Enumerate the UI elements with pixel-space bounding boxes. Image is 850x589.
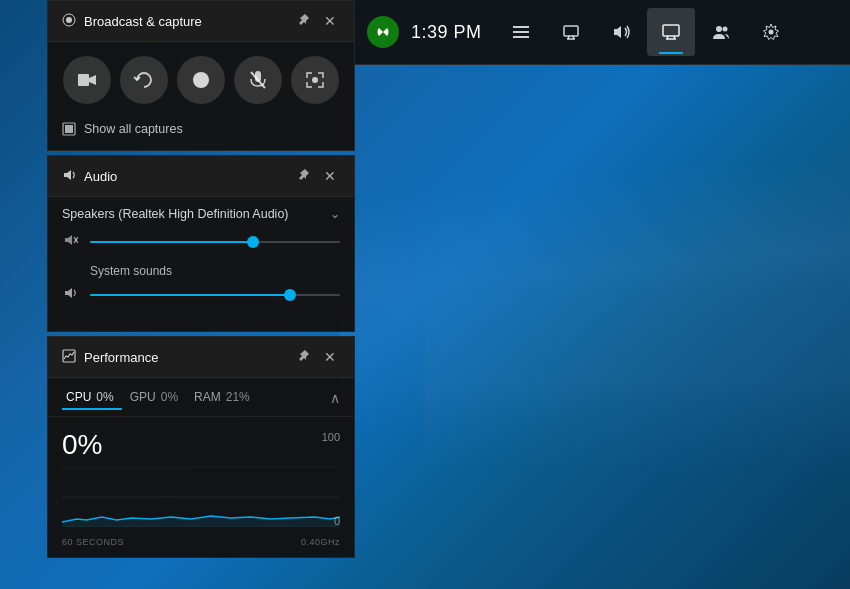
audio-bar-button[interactable]: [597, 8, 645, 56]
screen-bar-button[interactable]: [647, 8, 695, 56]
performance-footer: 60 SECONDS 0.40GHz: [62, 537, 340, 547]
cpu-tab[interactable]: CPU 0%: [62, 386, 122, 410]
speaker-slider-fill: [90, 241, 253, 243]
broadcast-pin-button[interactable]: [293, 11, 314, 31]
game-bar-icons: [497, 8, 840, 56]
xbox-icon: [367, 16, 399, 48]
chevron-down-icon: ⌄: [330, 207, 340, 221]
svg-point-15: [66, 17, 72, 23]
broadcast-header: Broadcast & capture ✕: [48, 1, 354, 42]
performance-pin-button[interactable]: [293, 347, 314, 367]
captures-icon: [62, 122, 76, 136]
audio-section: Audio ✕ Speakers (Realtek High Definitio…: [47, 155, 355, 332]
system-sounds-slider-fill: [90, 294, 290, 296]
svg-point-21: [312, 77, 318, 83]
settings-bar-button[interactable]: [747, 8, 795, 56]
game-bar-time: 1:39 PM: [411, 22, 482, 43]
svg-point-12: [716, 26, 722, 32]
audio-header-icon: [62, 168, 76, 185]
mic-mute-button[interactable]: [234, 56, 282, 104]
performance-title: Performance: [84, 350, 158, 365]
audio-body: Speakers (Realtek High Definition Audio)…: [48, 197, 354, 331]
audio-device-name: Speakers (Realtek High Definition Audio): [62, 207, 330, 221]
freq-label: 0.40GHz: [301, 537, 340, 547]
broadcast-title: Broadcast & capture: [84, 14, 202, 29]
system-sounds-row: [62, 286, 340, 303]
speaker-slider-track[interactable]: [90, 241, 340, 243]
broadcast-section: Broadcast & capture ✕: [47, 0, 355, 151]
broadcast-header-icon: [62, 13, 76, 30]
audio-header: Audio ✕: [48, 156, 354, 197]
performance-tabs: CPU 0% GPU 0% RAM 21% ∧: [48, 378, 354, 417]
audio-pin-button[interactable]: [293, 166, 314, 186]
list-icon-button[interactable]: [497, 8, 545, 56]
speaker-slider-thumb[interactable]: [247, 236, 259, 248]
svg-rect-2: [513, 31, 529, 33]
performance-chart: [62, 467, 340, 527]
game-bar: 1:39 PM: [355, 0, 850, 65]
mute-icon: [62, 233, 80, 250]
svg-point-14: [768, 30, 773, 35]
broadcast-controls: [48, 42, 354, 116]
show-captures-label: Show all captures: [84, 122, 183, 136]
svg-rect-8: [663, 25, 679, 36]
chart-max-label: 100: [322, 431, 340, 443]
performance-body: 0% 100 0 60 SECONDS 0.40GHz: [48, 417, 354, 557]
ram-tab-label: RAM: [194, 390, 221, 404]
performance-section: Performance ✕ CPU 0% GPU 0%: [47, 336, 355, 558]
cpu-tab-value: 0%: [96, 390, 113, 404]
svg-rect-24: [69, 125, 73, 129]
speaker-volume-row: [62, 233, 340, 250]
replay-button[interactable]: [120, 56, 168, 104]
svg-point-13: [722, 27, 727, 32]
audio-close-button[interactable]: ✕: [320, 166, 340, 186]
show-captures-row[interactable]: Show all captures: [48, 116, 354, 150]
broadcast-bar-button[interactable]: [547, 8, 595, 56]
gpu-tab[interactable]: GPU 0%: [126, 386, 186, 410]
gpu-tab-value: 0%: [161, 390, 178, 404]
xbox-logo: [365, 14, 401, 50]
people-bar-button[interactable]: [697, 8, 745, 56]
system-sounds-slider-track[interactable]: [90, 294, 340, 296]
ram-tab-value: 21%: [226, 390, 250, 404]
audio-device-row[interactable]: Speakers (Realtek High Definition Audio)…: [62, 207, 340, 221]
time-label: 60 SECONDS: [62, 537, 124, 547]
performance-header: Performance ✕: [48, 337, 354, 378]
side-panel: Broadcast & capture ✕: [47, 0, 355, 562]
broadcast-close-button[interactable]: ✕: [320, 11, 340, 31]
camera-button[interactable]: [63, 56, 111, 104]
system-sounds-slider-thumb[interactable]: [284, 289, 296, 301]
gpu-tab-label: GPU: [130, 390, 156, 404]
volume-icon: [62, 286, 80, 303]
chart-zero-label: 0: [334, 515, 340, 527]
record-dot: [193, 72, 209, 88]
screen-capture-button[interactable]: [291, 56, 339, 104]
svg-rect-26: [69, 129, 73, 133]
performance-expand-button[interactable]: ∧: [330, 390, 340, 406]
svg-rect-1: [513, 26, 529, 28]
svg-rect-3: [513, 36, 529, 38]
svg-rect-25: [65, 129, 69, 133]
performance-close-button[interactable]: ✕: [320, 347, 340, 367]
ram-tab[interactable]: RAM 21%: [190, 386, 258, 410]
svg-rect-23: [65, 125, 69, 129]
performance-header-icon: [62, 349, 76, 366]
performance-main-value: 0%: [62, 431, 340, 459]
system-sounds-label: System sounds: [90, 264, 340, 278]
cpu-tab-label: CPU: [66, 390, 91, 404]
svg-rect-4: [564, 26, 578, 36]
audio-title: Audio: [84, 169, 117, 184]
record-button[interactable]: [177, 56, 225, 104]
